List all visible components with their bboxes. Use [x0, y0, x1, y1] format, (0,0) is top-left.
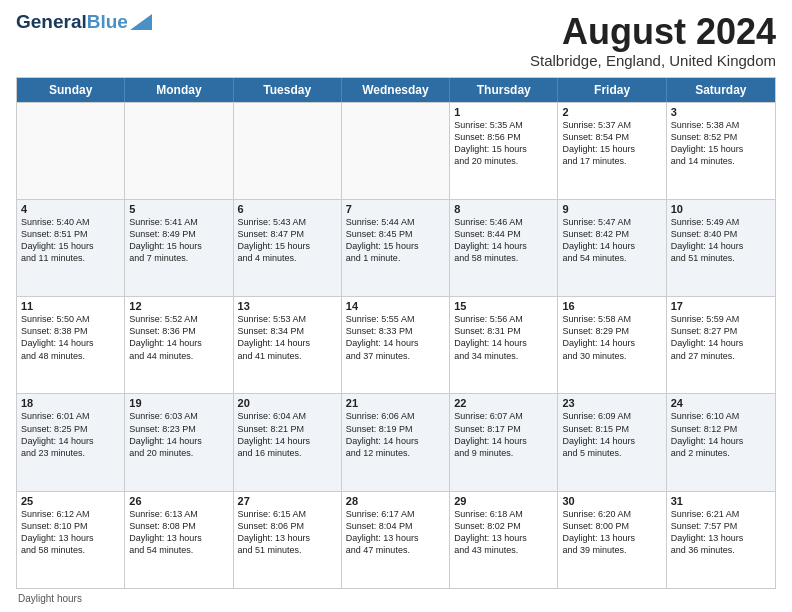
day-info: Sunrise: 6:12 AM Sunset: 8:10 PM Dayligh… [21, 508, 120, 557]
day-number: 11 [21, 300, 120, 312]
cal-day-26: 26Sunrise: 6:13 AM Sunset: 8:08 PM Dayli… [125, 492, 233, 588]
day-number: 13 [238, 300, 337, 312]
cal-day-17: 17Sunrise: 5:59 AM Sunset: 8:27 PM Dayli… [667, 297, 775, 393]
day-info: Sunrise: 5:44 AM Sunset: 8:45 PM Dayligh… [346, 216, 445, 265]
cal-day-31: 31Sunrise: 6:21 AM Sunset: 7:57 PM Dayli… [667, 492, 775, 588]
day-info: Sunrise: 6:04 AM Sunset: 8:21 PM Dayligh… [238, 410, 337, 459]
cal-day-20: 20Sunrise: 6:04 AM Sunset: 8:21 PM Dayli… [234, 394, 342, 490]
day-number: 29 [454, 495, 553, 507]
day-info: Sunrise: 5:52 AM Sunset: 8:36 PM Dayligh… [129, 313, 228, 362]
day-header-friday: Friday [558, 78, 666, 102]
cal-day-2: 2Sunrise: 5:37 AM Sunset: 8:54 PM Daylig… [558, 103, 666, 199]
cal-day-24: 24Sunrise: 6:10 AM Sunset: 8:12 PM Dayli… [667, 394, 775, 490]
cal-empty [125, 103, 233, 199]
calendar-row-5: 25Sunrise: 6:12 AM Sunset: 8:10 PM Dayli… [17, 491, 775, 588]
calendar-row-2: 4Sunrise: 5:40 AM Sunset: 8:51 PM Daylig… [17, 199, 775, 296]
calendar: SundayMondayTuesdayWednesdayThursdayFrid… [16, 77, 776, 589]
cal-day-21: 21Sunrise: 6:06 AM Sunset: 8:19 PM Dayli… [342, 394, 450, 490]
day-header-wednesday: Wednesday [342, 78, 450, 102]
day-number: 28 [346, 495, 445, 507]
logo-icon [130, 14, 152, 30]
day-number: 9 [562, 203, 661, 215]
day-info: Sunrise: 5:53 AM Sunset: 8:34 PM Dayligh… [238, 313, 337, 362]
day-number: 4 [21, 203, 120, 215]
day-info: Sunrise: 5:46 AM Sunset: 8:44 PM Dayligh… [454, 216, 553, 265]
day-info: Sunrise: 5:50 AM Sunset: 8:38 PM Dayligh… [21, 313, 120, 362]
day-number: 17 [671, 300, 771, 312]
day-info: Sunrise: 6:03 AM Sunset: 8:23 PM Dayligh… [129, 410, 228, 459]
cal-empty [342, 103, 450, 199]
calendar-header: SundayMondayTuesdayWednesdayThursdayFrid… [17, 78, 775, 102]
day-number: 21 [346, 397, 445, 409]
day-number: 16 [562, 300, 661, 312]
day-info: Sunrise: 5:56 AM Sunset: 8:31 PM Dayligh… [454, 313, 553, 362]
day-info: Sunrise: 6:10 AM Sunset: 8:12 PM Dayligh… [671, 410, 771, 459]
location-subtitle: Stalbridge, England, United Kingdom [530, 52, 776, 69]
day-number: 27 [238, 495, 337, 507]
cal-day-15: 15Sunrise: 5:56 AM Sunset: 8:31 PM Dayli… [450, 297, 558, 393]
cal-day-11: 11Sunrise: 5:50 AM Sunset: 8:38 PM Dayli… [17, 297, 125, 393]
day-info: Sunrise: 5:41 AM Sunset: 8:49 PM Dayligh… [129, 216, 228, 265]
day-number: 8 [454, 203, 553, 215]
cal-day-10: 10Sunrise: 5:49 AM Sunset: 8:40 PM Dayli… [667, 200, 775, 296]
cal-day-27: 27Sunrise: 6:15 AM Sunset: 8:06 PM Dayli… [234, 492, 342, 588]
day-info: Sunrise: 5:47 AM Sunset: 8:42 PM Dayligh… [562, 216, 661, 265]
day-number: 31 [671, 495, 771, 507]
cal-day-29: 29Sunrise: 6:18 AM Sunset: 8:02 PM Dayli… [450, 492, 558, 588]
day-header-tuesday: Tuesday [234, 78, 342, 102]
day-info: Sunrise: 6:01 AM Sunset: 8:25 PM Dayligh… [21, 410, 120, 459]
cal-day-19: 19Sunrise: 6:03 AM Sunset: 8:23 PM Dayli… [125, 394, 233, 490]
day-number: 5 [129, 203, 228, 215]
day-info: Sunrise: 6:20 AM Sunset: 8:00 PM Dayligh… [562, 508, 661, 557]
cal-day-4: 4Sunrise: 5:40 AM Sunset: 8:51 PM Daylig… [17, 200, 125, 296]
calendar-row-1: 1Sunrise: 5:35 AM Sunset: 8:56 PM Daylig… [17, 102, 775, 199]
day-number: 6 [238, 203, 337, 215]
day-info: Sunrise: 6:06 AM Sunset: 8:19 PM Dayligh… [346, 410, 445, 459]
day-number: 24 [671, 397, 771, 409]
cal-day-7: 7Sunrise: 5:44 AM Sunset: 8:45 PM Daylig… [342, 200, 450, 296]
day-info: Sunrise: 5:58 AM Sunset: 8:29 PM Dayligh… [562, 313, 661, 362]
day-info: Sunrise: 6:18 AM Sunset: 8:02 PM Dayligh… [454, 508, 553, 557]
cal-day-5: 5Sunrise: 5:41 AM Sunset: 8:49 PM Daylig… [125, 200, 233, 296]
day-header-saturday: Saturday [667, 78, 775, 102]
cal-day-14: 14Sunrise: 5:55 AM Sunset: 8:33 PM Dayli… [342, 297, 450, 393]
footer-note: Daylight hours [16, 593, 776, 604]
day-info: Sunrise: 6:17 AM Sunset: 8:04 PM Dayligh… [346, 508, 445, 557]
day-info: Sunrise: 5:40 AM Sunset: 8:51 PM Dayligh… [21, 216, 120, 265]
page: GeneralBlue August 2024 Stalbridge, Engl… [0, 0, 792, 612]
day-number: 20 [238, 397, 337, 409]
cal-day-9: 9Sunrise: 5:47 AM Sunset: 8:42 PM Daylig… [558, 200, 666, 296]
cal-day-23: 23Sunrise: 6:09 AM Sunset: 8:15 PM Dayli… [558, 394, 666, 490]
month-year-title: August 2024 [530, 12, 776, 52]
header: GeneralBlue August 2024 Stalbridge, Engl… [16, 12, 776, 69]
calendar-row-3: 11Sunrise: 5:50 AM Sunset: 8:38 PM Dayli… [17, 296, 775, 393]
day-info: Sunrise: 6:21 AM Sunset: 7:57 PM Dayligh… [671, 508, 771, 557]
day-info: Sunrise: 6:15 AM Sunset: 8:06 PM Dayligh… [238, 508, 337, 557]
day-header-sunday: Sunday [17, 78, 125, 102]
day-number: 25 [21, 495, 120, 507]
day-number: 19 [129, 397, 228, 409]
day-info: Sunrise: 6:13 AM Sunset: 8:08 PM Dayligh… [129, 508, 228, 557]
day-number: 3 [671, 106, 771, 118]
day-number: 2 [562, 106, 661, 118]
day-number: 23 [562, 397, 661, 409]
day-number: 1 [454, 106, 553, 118]
day-number: 7 [346, 203, 445, 215]
logo-blue: Blue [87, 11, 128, 32]
day-info: Sunrise: 6:09 AM Sunset: 8:15 PM Dayligh… [562, 410, 661, 459]
day-info: Sunrise: 5:38 AM Sunset: 8:52 PM Dayligh… [671, 119, 771, 168]
cal-day-16: 16Sunrise: 5:58 AM Sunset: 8:29 PM Dayli… [558, 297, 666, 393]
cal-day-28: 28Sunrise: 6:17 AM Sunset: 8:04 PM Dayli… [342, 492, 450, 588]
cal-day-25: 25Sunrise: 6:12 AM Sunset: 8:10 PM Dayli… [17, 492, 125, 588]
day-info: Sunrise: 5:55 AM Sunset: 8:33 PM Dayligh… [346, 313, 445, 362]
cal-day-30: 30Sunrise: 6:20 AM Sunset: 8:00 PM Dayli… [558, 492, 666, 588]
day-header-monday: Monday [125, 78, 233, 102]
day-number: 30 [562, 495, 661, 507]
day-number: 14 [346, 300, 445, 312]
cal-day-1: 1Sunrise: 5:35 AM Sunset: 8:56 PM Daylig… [450, 103, 558, 199]
cal-day-8: 8Sunrise: 5:46 AM Sunset: 8:44 PM Daylig… [450, 200, 558, 296]
cal-day-12: 12Sunrise: 5:52 AM Sunset: 8:36 PM Dayli… [125, 297, 233, 393]
cal-day-6: 6Sunrise: 5:43 AM Sunset: 8:47 PM Daylig… [234, 200, 342, 296]
title-block: August 2024 Stalbridge, England, United … [530, 12, 776, 69]
cal-empty [234, 103, 342, 199]
